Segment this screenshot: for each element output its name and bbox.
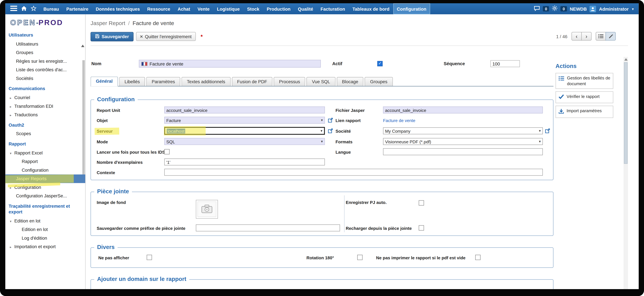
hamburger-menu-icon[interactable] [10,5,17,12]
sidebar-item-label: Sociétés [16,76,34,80]
ne-pas-imprimer-checkbox[interactable] [475,255,480,260]
main-scrollbar-track[interactable] [624,57,628,289]
sidebar-item-utilisateurs[interactable]: Utilisateurs [6,40,86,48]
name-input[interactable]: Facture de vente [139,60,321,68]
prefixe-piece-jointe-input[interactable] [196,224,340,232]
action-gestion-libelles[interactable]: Gestion des libellés de document [556,73,613,89]
gear-count-badge[interactable]: 0 [560,6,567,12]
tab-textes-additionnels[interactable]: Textes additionnels [182,77,230,86]
chat-icon[interactable] [534,5,540,12]
gear-icon[interactable] [552,5,558,12]
main-scrollbar-thumb[interactable] [624,62,628,164]
ne-pas-afficher-checkbox[interactable] [147,255,152,260]
nav-item-configuration[interactable]: Configuration [393,3,430,14]
lancer-une-fois-checkbox[interactable] [164,149,170,155]
sidebar-item-jasper-reports[interactable]: Jasper Reports [6,174,86,183]
sidebar-item-societes[interactable]: Sociétés [6,74,86,83]
serveur-value: localhost [167,128,186,133]
contexte-input[interactable] [164,169,543,176]
nav-item-achat[interactable]: Achat [174,3,194,14]
serveur-open-record-icon[interactable] [325,128,336,134]
tab-fusion-de-pdf[interactable]: Fusion de PDF [232,77,272,86]
top-navigation-bar: BureauPartenaireDonnées techniquesRessou… [6,3,639,14]
report-unit-input[interactable]: account_sale_invoice [164,106,325,114]
form-view-button[interactable] [606,32,616,40]
sidebar-scrollbar[interactable] [82,60,85,178]
tab-libelles[interactable]: Libellés [119,77,145,86]
societe-open-record-icon[interactable] [543,128,552,134]
serveur-select[interactable]: localhost ▾ [164,127,325,135]
nombre-exemplaires-label: Nombre d'exemplaires [97,160,164,164]
sidebar-item-transformation-edi[interactable]: ▸Transformation EDI [6,102,86,110]
nav-item-production[interactable]: Production [263,3,294,14]
sidebar-item-traductions[interactable]: ▸Traductions [6,110,86,119]
objet-value: Facture [166,118,181,123]
mode-select[interactable]: SQL ▾ [164,138,325,145]
user-avatar-icon[interactable] [590,6,596,12]
nav-item-qualite[interactable]: Qualité [294,3,317,14]
langue-label: Langue [336,149,383,154]
formats-select[interactable]: Visionneuse PDF (*.pdf) ▾ [383,138,543,145]
fichier-jasper-input[interactable]: account_sale_invoice [383,106,543,114]
objet-open-record-icon[interactable] [325,118,336,123]
tab-groupes[interactable]: Groupes [365,77,393,86]
sidebar-item-regles-sur-les-enregistr[interactable]: Règles sur les enregistr... [6,57,86,66]
sidebar-item-configuration-jasperse[interactable]: Configuration JasperSe... [6,192,86,200]
sequence-input[interactable]: 100 [490,60,520,67]
tab-vue-sql[interactable]: Vue SQL [306,77,336,86]
nav-item-partenaire[interactable]: Partenaire [62,3,92,14]
tab-processus[interactable]: Processus [274,77,305,86]
scroll-up-arrow[interactable] [624,58,628,60]
previous-record-button[interactable]: ‹ [572,32,582,40]
sidebar-item-scopes[interactable]: Scopes [6,130,86,138]
nav-item-tableaux-de-bord[interactable]: Tableaux de bord [349,3,393,14]
background-image-placeholder[interactable] [196,200,218,219]
tab-parametres[interactable]: Paramètres [146,77,180,86]
langue-input[interactable] [383,148,543,155]
nombre-exemplaires-input[interactable]: '1' [164,158,325,166]
action-import-parametres[interactable]: Import paramètres [556,106,613,118]
tab-general[interactable]: Général [90,77,118,86]
breadcrumb-parent[interactable]: Jasper Report [90,20,125,26]
sidebar-item-edition-en-lot[interactable]: ▾Edition en lot [6,216,86,225]
chat-count-badge[interactable]: 0 [543,6,549,12]
nav-item-stock[interactable]: Stock [243,3,263,14]
action-verifier-rapport[interactable]: Vérifier le rapport [556,92,613,103]
sidebar-item-groupes[interactable]: Groupes [6,48,86,57]
sidebar-item-importation-et-export[interactable]: ▸Importation et export [6,242,86,251]
sidebar-item-edition-en-lot[interactable]: Edition en lot [6,225,86,234]
sidebar-item-configuration[interactable]: Configuration [6,166,86,174]
sidebar-item-courriel[interactable]: ▸Courriel [6,93,86,102]
sidebar-item-rapport[interactable]: Rapport [6,157,86,166]
sidebar-item-configuration[interactable]: ▸Configuration [6,183,86,192]
sidebar-item-log-d-edition[interactable]: Log d'édition [6,234,86,242]
nav-item-bureau[interactable]: Bureau [40,3,63,14]
image-de-fond-label: Image de fond [97,199,196,205]
rotation-180-checkbox[interactable] [357,255,363,260]
action-label: Vérifier le rapport [567,94,600,100]
save-button[interactable]: Sauvegarder [90,32,134,41]
user-menu[interactable]: Administrator [599,6,628,11]
chevron-down-icon[interactable]: ▾ [632,7,634,11]
nav-item-vente[interactable]: Vente [194,3,213,14]
nav-item-facturation[interactable]: Facturation [317,3,349,14]
enregistrer-pj-auto-checkbox[interactable] [419,200,424,206]
sidebar-item-rapport-excel[interactable]: ▾Rapport Excel [6,149,86,158]
tab-blocage[interactable]: Blocage [336,77,364,86]
nav-item-ressource[interactable]: Ressource [144,3,174,14]
favorite-star-icon[interactable] [31,5,36,12]
quit-record-button[interactable]: × Quitter l'enregistrement [136,32,196,41]
list-view-button[interactable] [596,32,606,40]
objet-select[interactable]: Facture ▾ [164,117,325,124]
sidebar-scroll-up-arrow[interactable] [81,45,84,47]
nav-item-logistique[interactable]: Logistique [213,3,243,14]
next-record-button[interactable]: › [582,32,592,40]
home-icon[interactable] [21,5,27,12]
recharger-piece-jointe-checkbox[interactable] [419,226,424,231]
societe-select[interactable]: My Company ▾ [383,128,543,134]
nav-item-donnees-techniques[interactable]: Données techniques [92,3,144,14]
chevron-down-icon: ▾ [539,128,541,133]
lien-rapport-link[interactable]: Facture de vente [383,118,416,123]
sidebar-item-liste-des-controles-d-ac[interactable]: Liste des contrôles d'ac... [6,65,86,74]
active-checkbox[interactable]: ✓ [378,61,383,66]
